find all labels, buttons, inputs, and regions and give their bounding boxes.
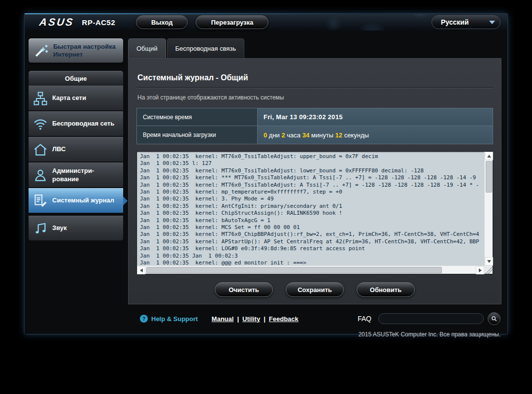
language-select[interactable]: Русский	[432, 15, 500, 29]
uptime-value: 0 дни 2 часа 34 минуты 12 секунды	[258, 126, 493, 144]
reboot-button[interactable]: Перезагрузка	[196, 15, 268, 29]
search-button[interactable]	[488, 312, 500, 325]
sidebar-item-label: Звук	[52, 224, 69, 232]
help-support-link[interactable]: ? Help & Support	[140, 315, 198, 323]
table-row: Время начальной загрузки 0 дни 2 часа 34…	[137, 126, 493, 144]
lan-icon	[29, 142, 52, 157]
magic-wand-icon	[30, 43, 53, 59]
uptime-hours: 2	[281, 131, 285, 139]
sidebar-item-administration[interactable]: Администри- рование	[29, 163, 123, 188]
model-name: RP-AC52	[82, 18, 115, 27]
sidebar-item-label: Беспроводная сеть	[52, 120, 116, 128]
utility-link[interactable]: Utility	[242, 315, 260, 323]
resize-grip-icon[interactable]	[484, 265, 493, 274]
divider	[136, 87, 493, 88]
page-description: На этой странице отображаются активность…	[137, 94, 493, 101]
clear-button[interactable]: Очистить	[215, 282, 273, 297]
save-button[interactable]: Сохранить	[286, 282, 344, 297]
top-bar: ASUS RP-AC52 Выход Перезагрузка Русский	[25, 14, 507, 31]
help-support-label: Help & Support	[151, 315, 198, 323]
horizontal-scroll-thumb[interactable]	[146, 267, 442, 273]
scroll-down-icon[interactable]	[485, 257, 493, 265]
sidebar-item-network-map[interactable]: Карта сети	[29, 86, 123, 111]
system-log-view[interactable]: Jan 1 00:02:35 kernel: MT76x0_TssiTableA…	[136, 151, 493, 274]
sidebar-item-label: Администри- рование	[52, 167, 96, 183]
syslog-icon	[29, 194, 52, 208]
admin-icon	[29, 168, 52, 183]
logout-button[interactable]: Выход	[136, 15, 188, 29]
quick-setup-label: Быстрая настройка Интернет	[53, 43, 122, 58]
copyright-text: 2015 ASUSTeK Computer Inc. Все права защ…	[140, 331, 500, 338]
question-icon: ?	[140, 315, 148, 323]
sidebar-item-lan[interactable]: ЛВС	[29, 137, 123, 163]
uptime-days-unit: дни	[267, 131, 281, 139]
tab-general[interactable]: Общий	[128, 38, 166, 58]
uptime-seconds-unit: секунды	[342, 131, 369, 139]
tab-wireless[interactable]: Беспроводная связь	[167, 38, 244, 58]
vertical-scroll-thumb[interactable]	[486, 161, 492, 193]
uptime-days: 0	[264, 131, 267, 139]
scroll-up-icon[interactable]	[485, 152, 493, 160]
scroll-right-icon[interactable]	[476, 266, 484, 274]
chevron-down-icon	[489, 21, 495, 24]
separator: |	[237, 315, 239, 323]
faq-search-input[interactable]	[378, 313, 484, 324]
main-panel: Общий Беспроводная связь Системный журна…	[128, 38, 501, 304]
sidebar-item-label: Карта сети	[52, 94, 88, 102]
page-title: Системный журнал - Общий	[137, 73, 493, 82]
uptime-hours-unit: часа	[285, 131, 302, 139]
log-horizontal-scrollbar[interactable]	[137, 265, 484, 274]
manual-link[interactable]: Manual	[212, 315, 234, 323]
feedback-link[interactable]: Feedback	[269, 315, 299, 323]
system-time-value: Fri, Mar 13 09:23:02 2015	[258, 108, 493, 126]
sidebar-item-system-log[interactable]: Системный журнал	[29, 188, 123, 214]
faq-label: FAQ	[358, 315, 371, 323]
sidebar-item-sound[interactable]: Звук	[29, 216, 123, 241]
quick-setup-button[interactable]: Быстрая настройка Интернет	[29, 38, 123, 63]
content-area: Быстрая настройка Интернет Общие Карта с…	[25, 31, 507, 304]
table-row: Системное время Fri, Mar 13 09:23:02 201…	[137, 108, 493, 126]
system-time-label: Системное время	[137, 108, 258, 126]
faq-search: FAQ	[358, 312, 500, 325]
log-text: Jan 1 00:02:35 kernel: MT76x0_TssiTableA…	[137, 152, 484, 265]
sidebar-item-label: Системный журнал	[52, 197, 116, 204]
asus-logo: ASUS	[38, 16, 75, 28]
search-icon	[491, 315, 498, 322]
uptime-minutes: 34	[302, 131, 309, 139]
language-label: Русский	[441, 18, 469, 26]
sound-icon	[29, 221, 52, 236]
footer-links: Manual | Utility | Feedback	[212, 315, 299, 323]
router-admin-window: ASUS RP-AC52 Выход Перезагрузка Русский	[25, 14, 507, 334]
sidebar-item-wireless[interactable]: Беспроводная сеть	[29, 111, 123, 137]
system-info-table: Системное время Fri, Mar 13 09:23:02 201…	[136, 108, 493, 144]
footer: ? Help & Support Manual | Utility | Feed…	[25, 304, 507, 342]
system-log-panel: Системный журнал - Общий На этой страниц…	[128, 58, 501, 304]
uptime-label: Время начальной загрузки	[137, 126, 258, 144]
separator: |	[264, 315, 266, 323]
wireless-icon	[29, 117, 52, 131]
sidebar: Быстрая настройка Интернет Общие Карта с…	[29, 38, 123, 304]
scroll-left-icon[interactable]	[137, 266, 145, 274]
log-vertical-scrollbar[interactable]	[484, 152, 493, 265]
action-buttons: Очистить Сохранить Обновить	[136, 282, 493, 297]
refresh-button[interactable]: Обновить	[357, 282, 415, 297]
tab-bar: Общий Беспроводная связь	[128, 38, 501, 58]
sidebar-section-general: Общие	[29, 71, 123, 86]
sidebar-item-label: ЛВС	[52, 145, 67, 153]
network-map-icon	[29, 91, 52, 106]
uptime-seconds: 12	[335, 131, 342, 139]
uptime-minutes-unit: минуты	[309, 131, 335, 139]
